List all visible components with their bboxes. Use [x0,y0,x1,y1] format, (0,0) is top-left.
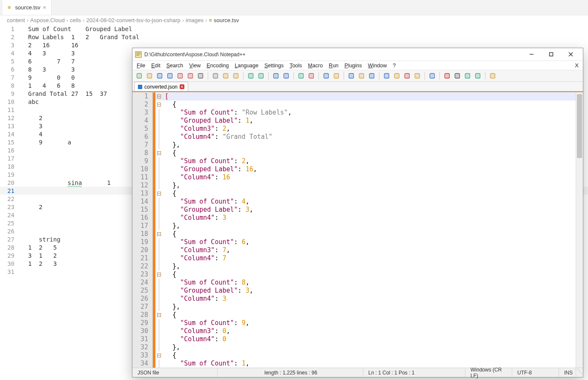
toggle-icon[interactable] [332,72,341,80]
fold-collapse-icon[interactable] [157,192,161,196]
fold-gutter[interactable] [155,214,162,222]
code-line[interactable]: 22 }, [132,262,583,271]
record-icon[interactable] [443,72,451,80]
fold-gutter[interactable] [155,165,162,173]
breadcrumb-item[interactable]: images [186,17,204,23]
code-line[interactable]: 4 "Grouped Label": 1, [132,117,583,125]
code-line[interactable]: 28 { [132,311,583,319]
menu-file[interactable]: File [137,63,145,69]
cut-icon[interactable] [211,72,220,80]
fold-gutter[interactable] [155,343,162,351]
breadcrumb-item[interactable]: source.tsv [209,17,239,23]
fold-gutter[interactable] [155,141,162,149]
menu-edit[interactable]: Edit [151,63,161,69]
open-icon[interactable] [145,72,154,80]
code-line[interactable]: 18 { [132,230,583,238]
menu-tools[interactable]: Tools [290,63,302,69]
print-icon[interactable] [196,72,205,80]
copy-icon[interactable] [221,72,230,80]
fold-collapse-icon[interactable] [157,232,161,236]
unfold-icon[interactable] [393,72,401,80]
maximize-button[interactable] [541,48,561,61]
vertical-scrollbar[interactable] [576,92,583,368]
new-icon[interactable] [135,72,143,80]
fold-gutter[interactable] [155,109,162,117]
fold-gutter[interactable] [155,246,162,254]
minimize-button[interactable] [522,48,541,61]
fold-gutter[interactable] [155,295,162,303]
fold-gutter[interactable] [155,287,162,295]
code-line[interactable]: 29 "Sum of Count": 9, [132,319,583,327]
menu-window[interactable]: Window [368,63,387,69]
scrollbar-thumb[interactable] [577,94,582,158]
menu-macro[interactable]: Macro [308,63,323,69]
fold-gutter[interactable] [155,279,162,287]
code-line[interactable]: 2 { [132,101,583,109]
menu-view[interactable]: View [189,63,201,69]
fold-gutter[interactable] [155,92,162,101]
code-line[interactable]: 12 }, [132,181,583,190]
fold-gutter[interactable] [155,360,162,368]
settings-icon[interactable] [488,72,497,80]
fold-gutter[interactable] [155,101,162,109]
play-icon[interactable] [463,72,472,80]
fold-gutter[interactable] [155,262,162,271]
zoom-in-icon[interactable] [297,72,305,80]
status-eol[interactable]: Windows (CR LF) [465,368,512,377]
breadcrumb-item[interactable]: Aspose.Cloud [30,17,65,23]
redo-icon[interactable] [257,72,265,80]
document-tab-converted-json[interactable]: converted.json [134,82,188,91]
menu-language[interactable]: Language [235,63,258,69]
sync-icon[interactable] [322,72,330,80]
code-line[interactable]: 24 "Sum of Count": 8, [132,279,583,287]
close-icon[interactable] [176,72,184,80]
zoom-out-icon[interactable] [307,72,316,80]
play-fast-icon[interactable] [473,72,482,80]
code-line[interactable]: 21 "Column4": 7 [132,254,583,262]
editor-line[interactable]: 2Row Labels 1 2 Grand Total [0,33,588,41]
status-insert-mode[interactable]: INS [559,368,576,377]
fold-gutter[interactable] [155,198,162,206]
titlebar[interactable]: D:\Github\content\Aspose.Cloud\ Notepad+… [132,48,583,61]
fold-gutter[interactable] [155,271,162,279]
save-icon[interactable] [155,72,164,80]
code-line[interactable]: 17 }, [132,222,583,230]
fold-gutter[interactable] [155,149,162,157]
code-line[interactable]: 1[ [132,92,583,101]
indent-icon[interactable] [367,72,376,80]
code-line[interactable]: 11 "Column4": 16 [132,173,583,181]
fold-collapse-icon[interactable] [157,103,161,107]
fold-collapse-icon[interactable] [157,273,161,276]
code-line[interactable]: 10 "Grouped Label": 16, [132,165,583,173]
editor-area[interactable]: 1[2 {3 "Sum of Count": "Row Labels",4 "G… [132,92,583,368]
menu-settings[interactable]: Settings [264,63,284,69]
wrap-icon[interactable] [347,72,356,80]
fold-collapse-icon[interactable] [157,354,161,357]
breadcrumb-item[interactable]: content [7,17,25,23]
status-encoding[interactable]: UTF-8 [512,368,559,377]
code-line[interactable]: 7 }, [132,141,583,149]
code-line[interactable]: 9 "Sum of Count": 2, [132,157,583,165]
fold-gutter[interactable] [155,117,162,125]
paste-icon[interactable] [232,72,240,80]
fold-collapse-icon[interactable] [157,95,161,98]
tab-close-icon[interactable] [180,84,184,89]
code-line[interactable]: 13 { [132,190,583,198]
code-line[interactable]: 19 "Sum of Count": 6, [132,238,583,246]
fold-gutter[interactable] [155,335,162,343]
fold-gutter[interactable] [155,303,162,311]
close-button[interactable] [561,48,580,61]
fold-gutter[interactable] [155,311,162,319]
vscode-tab-source-tsv[interactable]: source.tsv × [3,0,52,15]
menu-search[interactable]: Search [166,63,184,69]
close-all-icon[interactable] [186,72,195,80]
fold-collapse-icon[interactable] [157,313,161,317]
show-all-icon[interactable] [357,72,366,80]
fold-gutter[interactable] [155,230,162,238]
stop-icon[interactable] [453,72,462,80]
breadcrumb-item[interactable]: cells [70,17,81,23]
fold-gutter[interactable] [155,238,162,246]
code-line[interactable]: 20 "Column3": 7, [132,246,583,254]
fold-gutter[interactable] [155,254,162,262]
code-line[interactable]: 15 "Grouped Label": 3, [132,206,583,214]
